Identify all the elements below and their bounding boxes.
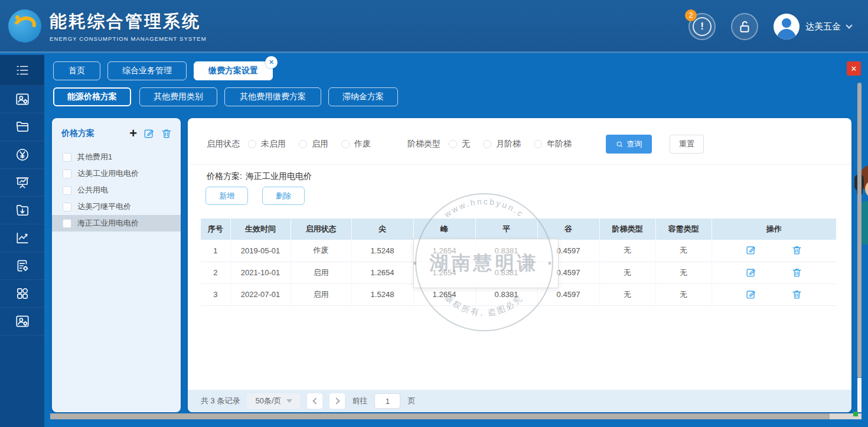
radio-icon[interactable] (248, 140, 256, 148)
radio-tier-monthly[interactable]: 月阶梯 (483, 139, 521, 149)
tier-filter-label: 阶梯类型 (407, 139, 440, 149)
plan-item-label: 达美刁继平电价 (77, 201, 131, 212)
col-capacity-type: 容需类型 (655, 219, 712, 240)
radio-tier-none[interactable]: 无 (449, 139, 470, 149)
radio-tier-yearly[interactable]: 年阶梯 (534, 139, 572, 149)
avatar (774, 14, 800, 40)
total-records: 共 3 条记录 (201, 396, 240, 406)
plan-list-item-selected[interactable]: 海正工业用电电价 (52, 215, 181, 232)
cell: 启用 (291, 262, 351, 283)
folder-download-icon (15, 203, 30, 218)
query-button[interactable]: 查询 (606, 135, 652, 154)
subtab-late-fee-plan[interactable]: 滞纳金方案 (328, 87, 398, 106)
radio-label: 启用 (312, 139, 328, 149)
radio-voided[interactable]: 作废 (341, 139, 371, 149)
sidebar-item-files[interactable] (0, 113, 44, 141)
panel-title: 价格方案 (61, 128, 129, 139)
page-number-input[interactable] (374, 393, 400, 409)
radio-icon[interactable] (341, 140, 350, 148)
checkbox[interactable] (63, 153, 71, 162)
col-index: 序号 (201, 219, 230, 240)
subtab-other-fee-payment-plan[interactable]: 其他费用缴费方案 (224, 87, 321, 106)
checkbox[interactable] (63, 170, 71, 178)
trash-icon (791, 289, 802, 300)
plan-list-item[interactable]: 其他费用1 (52, 149, 181, 165)
edit-icon (745, 267, 756, 278)
subtab-other-fee-category[interactable]: 其他费用类别 (139, 87, 217, 106)
tab-payment-plan-settings[interactable]: 缴费方案设置 ✕ (194, 61, 273, 80)
plan-item-label: 达美工业用电电价 (77, 168, 139, 179)
add-button[interactable]: 新增 (205, 187, 248, 205)
delete-plan-button[interactable] (161, 128, 172, 139)
plan-item-label: 公共用电 (77, 185, 108, 195)
page-size-select[interactable]: 50条/页 (247, 393, 300, 409)
delete-button[interactable]: 删除 (262, 187, 305, 205)
plan-item-label: 其他费用1 (77, 152, 112, 162)
plan-list-item[interactable]: 达美刁继平电价 (52, 198, 181, 215)
radio-icon[interactable] (449, 140, 457, 148)
col-tier-type: 阶梯类型 (599, 219, 655, 240)
cell: 无 (655, 283, 712, 305)
add-plan-button[interactable]: + (129, 128, 137, 139)
tab-home[interactable]: 首页 (53, 61, 100, 80)
tab-close-icon[interactable]: ✕ (265, 56, 278, 69)
cell: 2 (201, 262, 230, 283)
sidebar-item-analytics[interactable] (0, 224, 44, 252)
row-operations (712, 289, 837, 301)
checkbox[interactable] (63, 186, 71, 195)
edit-plan-button[interactable] (143, 128, 155, 139)
sidebar-item-payment[interactable] (0, 141, 44, 169)
edit-row-button[interactable] (745, 267, 757, 279)
radio-label: 年阶梯 (547, 139, 572, 149)
table-row: 2 2021-10-01 启用 1.2654 1.2654 0.8381 0.4… (201, 262, 836, 283)
table-header-row: 序号 生效时间 启用状态 尖 峰 平 谷 阶梯类型 容需类型 操作 (201, 219, 836, 240)
subtab-energy-price-plan[interactable]: 能源价格方案 (53, 87, 131, 106)
goto-label: 前往 (352, 396, 367, 406)
sidebar-item-user-settings[interactable] (0, 86, 44, 113)
cell: 无 (655, 262, 712, 283)
next-page-button[interactable] (329, 393, 345, 409)
reset-button[interactable]: 重置 (670, 135, 704, 154)
cell: 0.8381 (475, 240, 537, 262)
radio-icon[interactable] (483, 140, 491, 148)
prev-page-button[interactable] (307, 393, 322, 409)
user-gear-icon (15, 314, 30, 329)
sidebar-item-report-settings[interactable] (0, 252, 44, 280)
radio-not-enabled[interactable]: 未启用 (248, 139, 286, 149)
notifications-button[interactable]: ! 2 (688, 13, 716, 40)
price-plan-panel: 价格方案 + 其他费用1 达美工业用电电价 (52, 118, 181, 412)
delete-row-button[interactable] (791, 267, 803, 279)
radio-enabled[interactable]: 启用 (299, 139, 328, 149)
plan-list-item[interactable]: 公共用电 (52, 182, 181, 198)
sidebar-item-export[interactable] (0, 197, 44, 224)
tab-business-management[interactable]: 综合业务管理 (107, 61, 187, 80)
edit-row-button[interactable] (745, 289, 757, 301)
table-actions: 新增 删除 (205, 187, 305, 205)
close-page-button[interactable]: ✕ (847, 61, 861, 76)
lock-button[interactable] (731, 13, 758, 40)
notification-badge: 2 (685, 9, 697, 21)
sidebar-item-menu[interactable] (0, 55, 44, 86)
cell: 无 (599, 283, 655, 305)
vertical-scrollbar[interactable] (857, 83, 862, 378)
sidebar-item-modules[interactable] (0, 280, 44, 308)
logo-icon (8, 9, 41, 43)
sidebar-item-user-settings-2[interactable] (0, 308, 44, 335)
delete-row-button[interactable] (791, 245, 803, 256)
radio-icon[interactable] (534, 140, 542, 148)
radio-icon[interactable] (299, 140, 307, 148)
col-valley: 谷 (537, 219, 599, 240)
horizontal-scrollbar[interactable] (50, 413, 830, 419)
checkbox[interactable] (63, 203, 71, 211)
user-menu[interactable]: 达美五金 (774, 14, 851, 40)
edit-row-button[interactable] (745, 245, 757, 256)
plan-list-item[interactable]: 达美工业用电电价 (52, 165, 181, 182)
checkbox[interactable] (63, 219, 71, 228)
sidebar-item-dashboard[interactable] (0, 169, 44, 197)
radio-label: 月阶梯 (496, 139, 521, 149)
vertical-scrollbar-track (857, 378, 862, 412)
app-header: 能耗综合管理系统 ENERGY CONSUMPTION MANAGEMENT S… (0, 0, 868, 53)
delete-row-button[interactable] (791, 289, 803, 301)
cell: 1.2654 (413, 283, 475, 305)
cell: 无 (599, 262, 655, 283)
